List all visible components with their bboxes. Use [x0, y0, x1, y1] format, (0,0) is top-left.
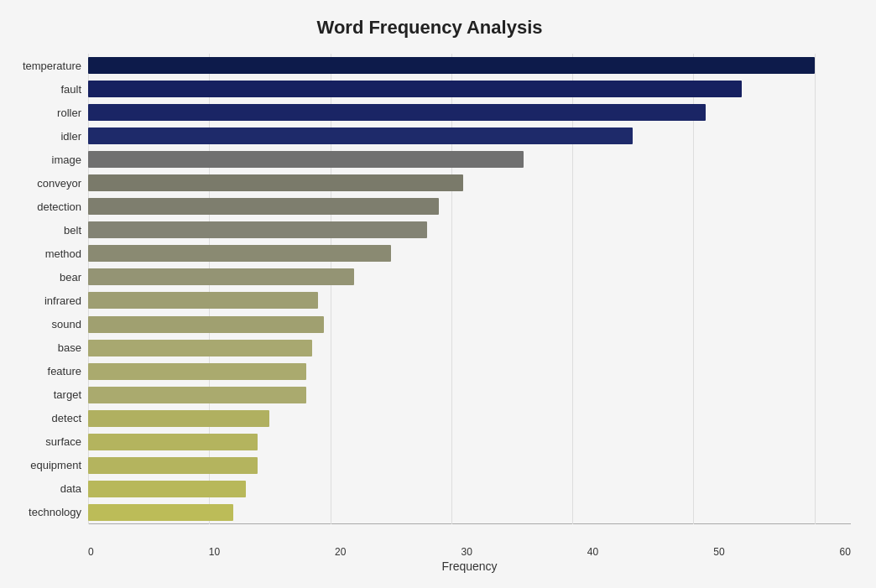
chart-container: Word Frequency Analysis temperaturefault…: [0, 0, 876, 588]
bar-row: [88, 125, 851, 147]
bar: [88, 221, 427, 238]
bar: [88, 481, 246, 497]
bar-row: [88, 361, 851, 382]
x-axis-label: Frequency: [441, 559, 497, 573]
y-label: image: [52, 148, 81, 170]
bar: [88, 57, 815, 74]
x-tick: 60: [840, 546, 851, 558]
y-label: base: [58, 337, 81, 359]
bar: [88, 292, 318, 309]
bar-row: [88, 55, 851, 76]
y-label: detect: [52, 408, 81, 429]
bar-row: [88, 478, 851, 500]
chart-title: Word Frequency Analysis: [8, 17, 851, 39]
y-label: feature: [48, 361, 81, 382]
x-tick: 30: [461, 546, 472, 558]
x-axis: 0102030405060: [88, 546, 851, 558]
y-label: conveyor: [37, 172, 81, 194]
y-label: temperature: [23, 55, 81, 76]
y-label: infrared: [44, 289, 81, 311]
y-label: target: [54, 384, 81, 406]
bar: [88, 340, 312, 356]
bar-row: [88, 384, 851, 406]
bar-row: [88, 289, 851, 311]
bar: [88, 434, 258, 450]
y-label: equipment: [30, 455, 81, 476]
y-label: surface: [45, 431, 81, 453]
y-label: roller: [57, 101, 81, 123]
bar-row: [88, 266, 851, 288]
y-axis: temperaturefaultrolleridlerimageconveyor…: [8, 54, 88, 524]
bar-row: [88, 337, 851, 359]
y-label: fault: [60, 78, 81, 100]
y-label: sound: [52, 314, 81, 336]
chart-area: temperaturefaultrolleridlerimageconveyor…: [8, 54, 851, 524]
bar: [88, 316, 324, 333]
y-label: method: [45, 242, 81, 264]
y-label: idler: [60, 125, 81, 147]
bar: [88, 127, 633, 144]
bar: [88, 363, 306, 380]
x-axis-line: [88, 523, 851, 524]
bar: [88, 504, 233, 521]
x-tick: 50: [713, 546, 724, 558]
plot-area: 0102030405060 Frequency: [88, 54, 851, 524]
bar: [88, 198, 439, 215]
bar: [88, 457, 258, 474]
x-tick: 0: [88, 546, 94, 558]
bar-row: [88, 408, 851, 429]
bar-row: [88, 502, 851, 523]
bar-row: [88, 78, 851, 100]
x-tick: 10: [209, 546, 220, 558]
y-label: technology: [29, 502, 81, 523]
bar: [88, 387, 306, 403]
y-label: detection: [37, 195, 81, 217]
bar-row: [88, 242, 851, 264]
y-label: data: [60, 478, 81, 500]
x-tick: 20: [335, 546, 346, 558]
bar-row: [88, 314, 851, 336]
bar: [88, 268, 354, 285]
bar-row: [88, 172, 851, 194]
x-tick: 40: [587, 546, 598, 558]
bar-row: [88, 455, 851, 476]
y-label: belt: [64, 219, 81, 241]
bar-row: [88, 195, 851, 217]
bar: [88, 81, 742, 97]
bar: [88, 410, 269, 427]
bar-row: [88, 431, 851, 453]
bar-row: [88, 101, 851, 123]
bar-row: [88, 148, 851, 170]
y-label: bear: [60, 266, 81, 288]
bar: [88, 151, 524, 168]
bar-row: [88, 219, 851, 241]
bar: [88, 104, 706, 121]
bar: [88, 245, 391, 262]
bar: [88, 174, 463, 191]
